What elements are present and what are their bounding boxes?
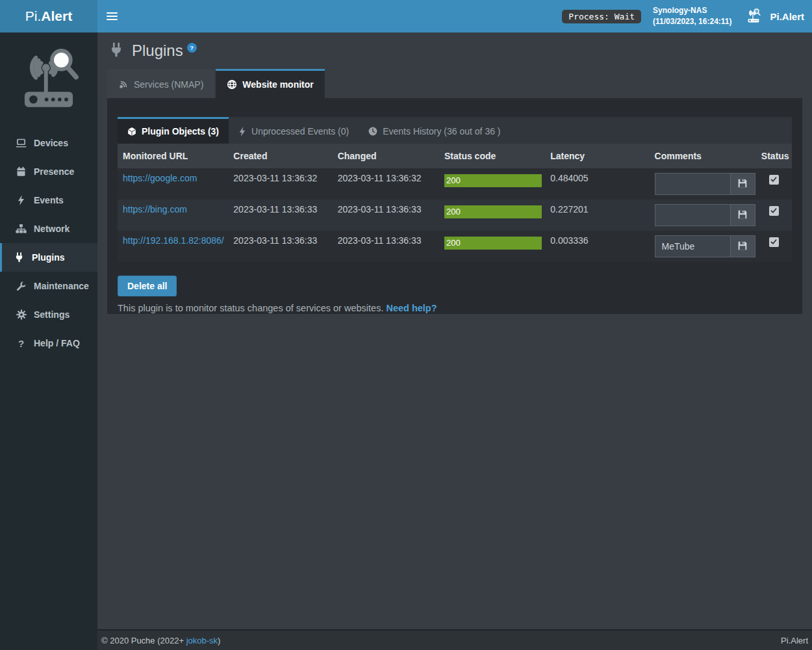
col-monitored-url: Monitored URL xyxy=(118,144,228,168)
gear-icon xyxy=(16,309,27,320)
app-logo[interactable]: Pi.Alert xyxy=(0,0,97,32)
sidebar-item-network[interactable]: Network xyxy=(0,214,97,243)
table-row: https://bing.com 2023-03-11 13:36:33 202… xyxy=(118,200,792,231)
sidebar-item-label: Presence xyxy=(34,166,74,177)
menu-icon[interactable] xyxy=(97,0,126,32)
status-checkbox[interactable] xyxy=(769,175,779,185)
bolt-icon xyxy=(238,127,246,136)
col-latency: Latency xyxy=(545,144,649,168)
sitemap-icon xyxy=(16,224,27,234)
created-value: 2023-03-11 13:36:32 xyxy=(228,168,332,200)
sidebar-menu: Devices Presence Events Network Plugins xyxy=(0,129,97,358)
tab-events-history[interactable]: Events History (36 out of 36 ) xyxy=(359,117,510,144)
col-status: Status xyxy=(756,144,792,168)
top-navbar: Pi.Alert Process: Wait Synology-NAS (11/… xyxy=(0,0,812,32)
tab-label: Unprocessed Events (0) xyxy=(251,126,349,136)
page-header: Plugins ? xyxy=(109,42,802,60)
sidebar-item-maintenance[interactable]: Maintenance xyxy=(0,272,97,300)
comment-input-group xyxy=(655,235,755,257)
status-code-bar: 200 xyxy=(444,205,542,218)
table-header: Monitored URL Created Changed Status cod… xyxy=(118,144,792,168)
app-logo-text: Pi.Alert xyxy=(25,8,72,24)
monitored-url-link[interactable]: https://bing.com xyxy=(123,204,187,214)
monitored-url-link[interactable]: https://google.com xyxy=(123,173,197,183)
router-scan-icon xyxy=(743,6,764,27)
save-icon xyxy=(737,209,748,222)
comment-input[interactable] xyxy=(655,205,730,226)
brand-block: Pi.Alert xyxy=(743,6,804,27)
bolt-icon xyxy=(16,195,27,205)
save-icon xyxy=(737,178,748,190)
status-checkbox[interactable] xyxy=(769,206,779,216)
page-title: Plugins xyxy=(132,42,183,60)
question-icon: ? xyxy=(16,338,27,349)
process-status-badge: Process: Wait xyxy=(562,10,641,23)
jokob-sk-link[interactable]: jokob-sk xyxy=(186,636,218,645)
sidebar-item-label: Help / FAQ xyxy=(34,338,80,348)
plug-icon xyxy=(109,42,123,60)
delete-all-button[interactable]: Delete all xyxy=(118,276,177,296)
host-timestamp: (11/03/2023, 16:24:11) xyxy=(653,16,731,27)
cube-icon xyxy=(127,127,136,136)
navbar: Process: Wait Synology-NAS (11/03/2023, … xyxy=(97,0,812,32)
signal-icon xyxy=(118,79,129,90)
sidebar: Devices Presence Events Network Plugins xyxy=(0,32,97,650)
footer: © 2020 Puche (2022+ jokob-sk) Pi.Alert xyxy=(97,629,812,650)
tab-unprocessed-events[interactable]: Unprocessed Events (0) xyxy=(229,117,359,144)
changed-value: 2023-03-11 13:36:33 xyxy=(333,231,439,262)
save-comment-button[interactable] xyxy=(730,205,755,226)
plugin-description: This plugin is to monitor status changes… xyxy=(118,303,792,313)
tab-label: Services (NMAP) xyxy=(134,79,203,90)
tab-services-nmap[interactable]: Services (NMAP) xyxy=(107,69,214,98)
website-monitor-panel: Plugin Objects (3) Unprocessed Events (0… xyxy=(107,98,802,314)
col-status-code: Status code xyxy=(439,144,545,168)
sidebar-item-label: Maintenance xyxy=(34,281,89,291)
sidebar-item-label: Devices xyxy=(34,138,68,148)
col-changed: Changed xyxy=(333,144,439,168)
created-value: 2023-03-11 13:36:33 xyxy=(228,200,332,231)
save-comment-button[interactable] xyxy=(730,236,755,257)
save-icon xyxy=(737,240,748,253)
need-help-link[interactable]: Need help? xyxy=(386,303,437,313)
globe-icon xyxy=(227,79,237,90)
host-name: Synology-NAS xyxy=(653,5,731,16)
tab-plugin-objects[interactable]: Plugin Objects (3) xyxy=(118,117,229,144)
sidebar-item-plugins[interactable]: Plugins xyxy=(0,243,97,272)
sidebar-item-presence[interactable]: Presence xyxy=(0,157,97,186)
sidebar-item-events[interactable]: Events xyxy=(0,186,97,214)
help-badge[interactable]: ? xyxy=(187,43,197,53)
footer-brand: Pi.Alert xyxy=(781,636,808,645)
comment-input[interactable] xyxy=(655,174,730,194)
status-code-bar: 200 xyxy=(444,237,542,250)
status-checkbox[interactable] xyxy=(769,237,779,247)
host-info: Synology-NAS (11/03/2023, 16:24:11) xyxy=(653,5,731,27)
col-created: Created xyxy=(228,144,332,168)
tab-label: Website monitor xyxy=(242,79,313,90)
plug-icon xyxy=(14,252,25,263)
sidebar-item-help-faq[interactable]: ? Help / FAQ xyxy=(0,329,97,358)
monitored-url-link[interactable]: http://192.168.1.82:8086/ xyxy=(123,235,224,246)
tab-label: Plugin Objects (3) xyxy=(142,126,219,136)
copyright-text: © 2020 Puche (2022+ jokob-sk) xyxy=(101,636,220,645)
main-content: Plugins ? Services (NMAP) Website monito… xyxy=(97,32,812,629)
monitored-websites-table: Monitored URL Created Changed Status cod… xyxy=(118,144,792,262)
pialert-logo-icon xyxy=(0,32,97,120)
changed-value: 2023-03-11 13:36:33 xyxy=(333,200,439,231)
tab-label: Events History (36 out of 36 ) xyxy=(383,126,500,136)
sidebar-item-devices[interactable]: Devices xyxy=(0,129,97,157)
save-comment-button[interactable] xyxy=(730,174,755,194)
panel-tabs: Plugin Objects (3) Unprocessed Events (0… xyxy=(118,117,792,144)
created-value: 2023-03-11 13:36:33 xyxy=(228,231,332,262)
laptop-icon xyxy=(16,138,27,148)
comment-input-group xyxy=(655,173,755,195)
sidebar-item-label: Settings xyxy=(34,309,70,320)
sidebar-item-settings[interactable]: Settings xyxy=(0,300,97,329)
sidebar-item-label: Events xyxy=(34,195,64,205)
table-row: https://google.com 2023-03-11 13:36:32 2… xyxy=(118,168,792,200)
clock-icon xyxy=(368,127,377,136)
wrench-icon xyxy=(16,281,27,291)
comment-input[interactable] xyxy=(655,236,730,257)
comment-input-group xyxy=(655,204,755,226)
sidebar-item-label: Network xyxy=(34,224,70,234)
tab-website-monitor[interactable]: Website monitor xyxy=(216,69,324,98)
